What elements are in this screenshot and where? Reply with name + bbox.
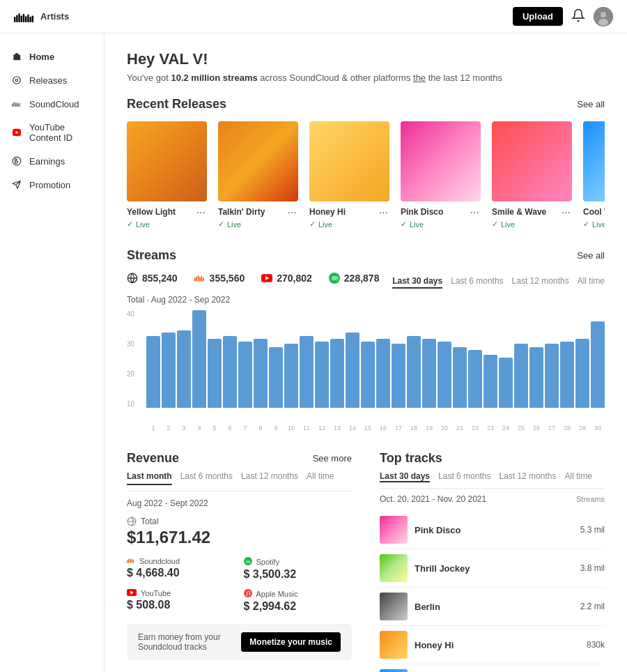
chart-bar[interactable] bbox=[483, 355, 497, 408]
streams-title: Streams bbox=[127, 248, 176, 263]
svg-rect-14 bbox=[12, 103, 13, 107]
sidebar-item-earnings[interactable]: Earnings bbox=[0, 149, 104, 173]
revenue-filter[interactable]: All time bbox=[307, 471, 334, 485]
chart-bar[interactable] bbox=[453, 347, 467, 408]
revenue-filter[interactable]: Last 6 months bbox=[180, 471, 233, 485]
release-menu[interactable]: ··· bbox=[469, 207, 481, 218]
chart-bar[interactable] bbox=[238, 342, 252, 408]
streams-filter-last-12-months[interactable]: Last 12 months bbox=[512, 275, 569, 289]
track-row[interactable]: Conversations 670k bbox=[380, 664, 605, 672]
sidebar-item-soundcloud[interactable]: SoundCloud bbox=[0, 92, 104, 116]
chart-bar[interactable] bbox=[346, 333, 359, 408]
release-card[interactable]: Honey Hi ··· ✓ Live bbox=[309, 121, 389, 229]
top-tracks-filter[interactable]: Last 30 days bbox=[380, 471, 430, 482]
streams-filter-last-30-days[interactable]: Last 30 days bbox=[392, 275, 442, 289]
release-card[interactable]: Pink Disco ··· ✓ Live bbox=[401, 121, 481, 229]
release-menu[interactable]: ··· bbox=[378, 207, 389, 218]
chart-bar[interactable] bbox=[208, 339, 222, 408]
release-menu[interactable]: ··· bbox=[195, 207, 207, 218]
x-label: 18 bbox=[407, 425, 421, 432]
release-info: Yellow Light ··· bbox=[127, 207, 207, 218]
chart-bar[interactable] bbox=[300, 336, 314, 408]
top-tracks-filter[interactable]: All time bbox=[564, 471, 591, 482]
chart-bar[interactable] bbox=[529, 347, 543, 408]
release-name: Smile & Wave bbox=[492, 207, 560, 217]
chart-bar[interactable] bbox=[392, 344, 405, 408]
streams-filter-all-time[interactable]: All time bbox=[578, 275, 605, 289]
chart-bar[interactable] bbox=[284, 344, 298, 408]
top-tracks-filter[interactable]: Last 12 months bbox=[499, 471, 556, 482]
chart-bar[interactable] bbox=[223, 336, 237, 408]
streams-see-all[interactable]: See all bbox=[577, 250, 605, 261]
chart-bar[interactable] bbox=[575, 339, 589, 408]
release-art bbox=[401, 121, 481, 201]
top-tracks-filter[interactable]: Last 6 months bbox=[438, 471, 490, 482]
sidebar-item-releases[interactable]: Releases bbox=[0, 68, 104, 92]
x-label: 13 bbox=[330, 425, 344, 432]
chart-bar[interactable] bbox=[254, 339, 268, 408]
avatar[interactable] bbox=[594, 7, 613, 26]
release-menu[interactable]: ··· bbox=[560, 207, 572, 218]
sidebar-item-youtube[interactable]: YouTube Content ID bbox=[0, 116, 104, 149]
svg-point-43 bbox=[244, 589, 252, 597]
svg-rect-6 bbox=[27, 14, 29, 22]
track-row[interactable]: Thrill Jockey 3.8 mil bbox=[380, 549, 605, 588]
chart-bar[interactable] bbox=[177, 330, 191, 408]
rev-item-label: Spotify bbox=[244, 557, 353, 567]
nav-left: Artists bbox=[14, 11, 69, 22]
svg-point-44 bbox=[246, 595, 247, 596]
streams-filter-last-6-months[interactable]: Last 6 months bbox=[451, 275, 503, 289]
release-live-text: Live bbox=[136, 220, 150, 229]
chart-bar[interactable] bbox=[192, 310, 206, 408]
release-card[interactable]: Cool World ··· ✓ Live bbox=[583, 121, 605, 229]
top-tracks-filters: Last 30 daysLast 6 monthsLast 12 monthsA… bbox=[380, 471, 605, 489]
yt-streams-value: 270,802 bbox=[277, 273, 312, 284]
release-card[interactable]: Yellow Light ··· ✓ Live bbox=[127, 121, 207, 229]
release-status: ✓ Live bbox=[127, 220, 207, 229]
chart-bar[interactable] bbox=[407, 336, 421, 408]
track-row[interactable]: Berlin 2.2 mil bbox=[380, 588, 605, 626]
chart-bar[interactable] bbox=[468, 350, 482, 408]
chart-bar[interactable] bbox=[560, 342, 574, 408]
release-info: Honey Hi ··· bbox=[309, 207, 389, 218]
upload-button[interactable]: Upload bbox=[513, 7, 563, 26]
subtitle-pre: You've got bbox=[127, 72, 171, 83]
svg-rect-29 bbox=[203, 277, 204, 282]
x-label: 21 bbox=[453, 425, 467, 432]
soundcloud-logo[interactable]: Artists bbox=[14, 11, 69, 22]
chart-bar[interactable] bbox=[591, 321, 605, 408]
chart-bar[interactable] bbox=[361, 342, 375, 408]
track-row[interactable]: Pink Disco 5.3 mil bbox=[380, 511, 605, 549]
chart-bar[interactable] bbox=[422, 339, 436, 408]
chart-bar[interactable] bbox=[499, 358, 513, 408]
revenue-filter[interactable]: Last 12 months bbox=[241, 471, 298, 485]
chart-bar[interactable] bbox=[162, 333, 176, 408]
x-label: 3 bbox=[177, 425, 191, 432]
release-live-text: Live bbox=[318, 220, 332, 229]
svg-rect-25 bbox=[196, 277, 197, 282]
chart-bar[interactable] bbox=[545, 344, 559, 408]
revenue-filter[interactable]: Last month bbox=[127, 471, 172, 485]
monetize-button[interactable]: Monetize your music bbox=[241, 632, 341, 652]
chart-bar[interactable] bbox=[514, 344, 528, 408]
revenue-see-more[interactable]: See more bbox=[313, 453, 352, 464]
chart-bar[interactable] bbox=[438, 342, 451, 408]
chart-bar[interactable] bbox=[376, 339, 390, 408]
sidebar-item-promotion[interactable]: Promotion bbox=[0, 173, 104, 197]
bell-icon[interactable] bbox=[571, 8, 585, 24]
releases-see-all[interactable]: See all bbox=[577, 99, 605, 109]
track-row[interactable]: Honey Hi 830k bbox=[380, 626, 605, 664]
globe-small-icon bbox=[127, 517, 137, 526]
release-card[interactable]: Talkin' Dirty ··· ✓ Live bbox=[218, 121, 298, 229]
x-label: 6 bbox=[223, 425, 237, 432]
chart-bar[interactable] bbox=[330, 339, 344, 408]
x-label: 28 bbox=[560, 425, 574, 432]
release-card[interactable]: Smile & Wave ··· ✓ Live bbox=[492, 121, 572, 229]
release-art bbox=[309, 121, 389, 201]
sidebar-item-home[interactable]: Home bbox=[0, 45, 104, 68]
release-menu[interactable]: ··· bbox=[286, 207, 298, 218]
chart-bar[interactable] bbox=[146, 336, 160, 408]
chart-bar[interactable] bbox=[269, 347, 283, 408]
chart-bar[interactable] bbox=[315, 342, 329, 408]
x-label: 24 bbox=[499, 425, 513, 432]
